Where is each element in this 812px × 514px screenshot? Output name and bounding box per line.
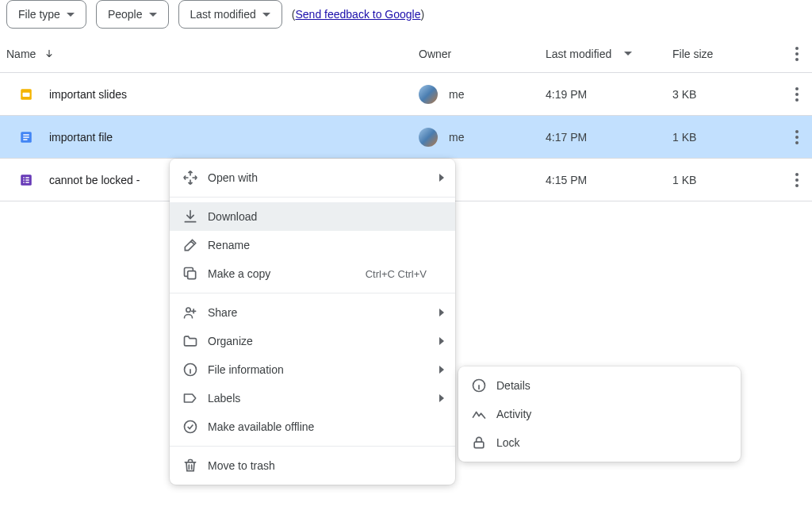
submenu-item-details[interactable]: Details: [458, 371, 741, 400]
svg-rect-3: [23, 134, 29, 136]
file-name-cell: important slides: [6, 87, 419, 102]
docs-icon: [19, 130, 33, 144]
column-header-more[interactable]: [776, 47, 812, 61]
chip-label: Last modified: [190, 8, 256, 21]
row-more-button[interactable]: [783, 80, 811, 109]
submenu-item-lock[interactable]: Lock: [458, 428, 741, 457]
caret-down-icon: [624, 52, 632, 56]
filter-bar: File type People Last modified (Send fee…: [0, 0, 812, 35]
lock-icon: [462, 435, 496, 451]
sort-down-icon: [44, 48, 55, 59]
caret-down-icon: [67, 13, 75, 17]
table-row[interactable]: important file me 4:17 PM 1 KB: [0, 116, 812, 159]
chevron-right-icon: [431, 174, 452, 182]
more-vertical-icon: [795, 173, 799, 187]
svg-point-16: [185, 421, 197, 433]
menu-separator: [170, 197, 455, 198]
menu-item-share[interactable]: Share: [170, 298, 455, 327]
svg-point-14: [186, 308, 190, 312]
svg-rect-10: [25, 179, 29, 181]
svg-rect-5: [23, 139, 27, 140]
column-header-file-size[interactable]: File size: [672, 48, 776, 60]
modified-cell: 4:15 PM: [546, 174, 672, 186]
feedback-text: (Send feedback to Google): [292, 8, 424, 21]
chevron-right-icon: [431, 309, 452, 316]
chevron-right-icon: [431, 337, 452, 345]
caret-down-icon: [149, 13, 157, 17]
svg-rect-13: [188, 271, 196, 279]
offline-icon: [173, 419, 208, 435]
avatar: [419, 128, 438, 147]
owner-cell: me: [419, 128, 546, 147]
more-vertical-icon: [795, 47, 799, 61]
chip-label: File type: [18, 8, 60, 21]
rename-icon: [173, 237, 208, 253]
forms-icon: [19, 173, 33, 187]
context-submenu: Details Activity Lock: [458, 366, 741, 462]
svg-rect-1: [23, 92, 30, 96]
filter-chip-file-type[interactable]: File type: [6, 0, 86, 29]
folder-icon: [173, 333, 208, 349]
file-name-cell: important file: [6, 130, 419, 144]
owner-cell: me: [419, 85, 546, 104]
download-icon: [173, 209, 208, 224]
submenu-item-activity[interactable]: Activity: [458, 400, 741, 428]
size-cell: 1 KB: [672, 131, 776, 144]
chevron-right-icon: [431, 366, 452, 374]
modified-cell: 4:17 PM: [546, 131, 672, 144]
menu-item-move-to-trash[interactable]: Move to trash: [170, 451, 455, 480]
table-row[interactable]: important slides me 4:19 PM 3 KB: [0, 73, 812, 116]
column-header-last-modified[interactable]: Last modified: [546, 48, 672, 60]
menu-item-organize[interactable]: Organize: [170, 327, 455, 355]
filter-chip-last-modified[interactable]: Last modified: [178, 0, 282, 29]
menu-item-make-available-offline[interactable]: Make available offline: [170, 412, 455, 441]
svg-rect-7: [23, 177, 25, 178]
share-icon: [173, 305, 208, 320]
svg-rect-11: [23, 182, 25, 183]
chip-label: People: [108, 8, 143, 21]
menu-item-open-with[interactable]: Open with: [170, 163, 455, 192]
context-menu: Open with Download Rename Make a copy Ct…: [170, 159, 455, 485]
column-header-name[interactable]: Name: [6, 48, 419, 60]
menu-item-make-a-copy[interactable]: Make a copy Ctrl+C Ctrl+V: [170, 259, 455, 288]
menu-item-file-information[interactable]: File information: [170, 355, 455, 384]
slides-icon: [19, 87, 33, 102]
column-header-owner[interactable]: Owner: [419, 48, 546, 60]
trash-icon: [173, 458, 208, 474]
shortcut-label: Ctrl+C Ctrl+V: [366, 268, 431, 280]
info-icon: [462, 378, 496, 393]
svg-rect-8: [25, 177, 29, 178]
filter-chip-people[interactable]: People: [96, 0, 169, 29]
copy-icon: [173, 266, 208, 282]
more-vertical-icon: [795, 87, 799, 102]
svg-rect-18: [474, 442, 484, 448]
chevron-right-icon: [431, 394, 452, 402]
open-with-icon: [173, 170, 208, 186]
table-header: Name Owner Last modified File size: [0, 35, 812, 73]
menu-separator: [170, 446, 455, 447]
modified-cell: 4:19 PM: [546, 88, 672, 101]
svg-rect-4: [23, 136, 29, 138]
caret-down-icon: [262, 13, 270, 17]
row-more-button[interactable]: [783, 123, 811, 152]
info-icon: [173, 362, 208, 378]
svg-rect-9: [23, 179, 25, 181]
avatar: [419, 85, 438, 104]
size-cell: 1 KB: [672, 174, 776, 186]
more-vertical-icon: [795, 130, 799, 144]
svg-rect-12: [25, 182, 29, 183]
menu-item-labels[interactable]: Labels: [170, 384, 455, 412]
menu-item-download[interactable]: Download: [170, 202, 455, 231]
row-more-button[interactable]: [783, 166, 811, 194]
menu-item-rename[interactable]: Rename: [170, 231, 455, 259]
activity-icon: [462, 406, 496, 422]
label-icon: [173, 390, 208, 406]
size-cell: 3 KB: [672, 88, 776, 101]
feedback-link[interactable]: Send feedback to Google: [295, 8, 420, 21]
menu-separator: [170, 293, 455, 293]
